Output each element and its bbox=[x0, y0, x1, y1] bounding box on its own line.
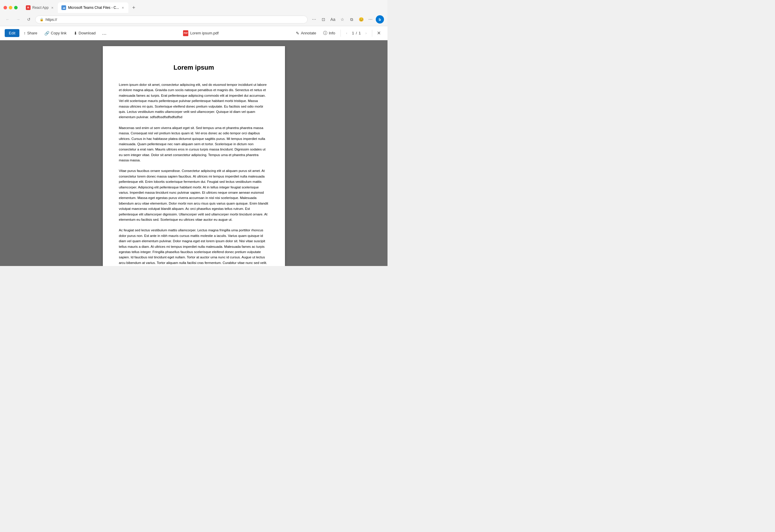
edit-button[interactable]: Edit bbox=[5, 29, 19, 37]
page-separator: / bbox=[356, 31, 357, 35]
forward-btn[interactable]: → bbox=[14, 15, 22, 23]
bing-btn[interactable]: b bbox=[376, 15, 384, 23]
page-current: 1 bbox=[352, 31, 354, 35]
page-total: 1 bbox=[359, 31, 361, 35]
tab-teams-label: Microsoft Teams Chat Files - C... bbox=[68, 6, 119, 10]
pdf-title: Lorem ipsum bbox=[119, 64, 269, 71]
tab-react-app-label: React App bbox=[32, 6, 48, 10]
lock-icon: 🔒 bbox=[40, 18, 44, 21]
pdf-paragraph-4: Ac feugiat sed lectus vestibulum mattis … bbox=[119, 227, 269, 266]
prev-page-btn[interactable]: ‹ bbox=[343, 30, 350, 37]
pdf-paragraph-2: Maecenas sed enim ut sem viverra aliquet… bbox=[119, 125, 269, 163]
window-controls bbox=[4, 6, 18, 9]
link-icon: 🔗 bbox=[44, 31, 49, 36]
collections-btn[interactable]: ⧉ bbox=[347, 15, 356, 23]
url-text: https:// bbox=[46, 17, 57, 22]
tab-teams-icon: ☁ bbox=[61, 5, 66, 10]
back-btn[interactable]: ← bbox=[4, 15, 12, 23]
tab-react-app-close[interactable]: ✕ bbox=[50, 6, 54, 10]
share-icon: ↑ bbox=[23, 31, 26, 36]
minimize-window-btn[interactable] bbox=[9, 6, 12, 9]
download-button[interactable]: ⬇ Download bbox=[71, 29, 99, 37]
annotate-icon: ✎ bbox=[296, 31, 299, 36]
download-icon: ⬇ bbox=[74, 31, 77, 36]
new-tab-btn[interactable]: + bbox=[130, 4, 138, 12]
tab-react-app[interactable]: R React App ✕ bbox=[22, 2, 58, 13]
info-icon: ⓘ bbox=[323, 31, 327, 36]
pdf-filename-text: Lorem ipsum.pdf bbox=[190, 31, 218, 35]
close-window-btn[interactable] bbox=[4, 6, 7, 9]
pdf-paragraph-1: Lorem ipsum dolor sit amet, consectetur … bbox=[119, 82, 269, 120]
tab-bar: R React App ✕ ☁ Microsoft Teams Chat Fil… bbox=[0, 0, 388, 13]
pdf-content-area: Lorem ipsum Lorem ipsum dolor sit amet, … bbox=[0, 40, 388, 266]
split-screen-btn[interactable]: ⊡ bbox=[319, 15, 327, 23]
pdf-file-icon: PDF bbox=[183, 30, 188, 36]
profile-btn[interactable]: 😊 bbox=[357, 15, 365, 23]
browser-chrome: R React App ✕ ☁ Microsoft Teams Chat Fil… bbox=[0, 0, 388, 26]
toolbar-divider-1 bbox=[340, 30, 341, 37]
url-bar[interactable]: 🔒 https:// bbox=[35, 16, 307, 23]
tab-teams-close[interactable]: ✕ bbox=[121, 6, 125, 10]
share-button[interactable]: ↑ Share bbox=[21, 29, 40, 37]
favorites-btn[interactable]: ☆ bbox=[338, 15, 346, 23]
info-button[interactable]: ⓘ Info bbox=[320, 29, 338, 38]
tab-teams-chat[interactable]: ☁ Microsoft Teams Chat Files - C... ✕ bbox=[58, 2, 128, 13]
address-bar: ← → ↺ 🔒 https:// ⋯ ⊡ Aa ☆ ⧉ 😊 ⋯ b bbox=[0, 13, 388, 26]
pdf-paragraph-3: Vitae purus faucibus ornare suspendisse.… bbox=[119, 168, 269, 222]
annotate-button[interactable]: ✎ Annotate bbox=[293, 29, 319, 37]
close-pdf-btn[interactable]: ✕ bbox=[374, 29, 383, 37]
reading-mode-btn[interactable]: Aa bbox=[329, 15, 337, 23]
toolbar-divider-2 bbox=[372, 30, 372, 37]
copy-link-button[interactable]: 🔗 Copy link bbox=[41, 29, 69, 37]
more-options-btn[interactable]: ... bbox=[100, 29, 109, 37]
refresh-btn[interactable]: ↺ bbox=[25, 15, 33, 23]
pdf-filename-center: PDF Lorem ipsum.pdf bbox=[110, 30, 292, 36]
next-page-btn[interactable]: › bbox=[362, 30, 369, 37]
extensions-btn[interactable]: ⋯ bbox=[310, 15, 318, 23]
tab-react-app-icon: R bbox=[26, 5, 31, 10]
pdf-navigation: ‹ 1 / 1 › bbox=[343, 30, 369, 37]
browser-actions: ⋯ ⊡ Aa ☆ ⧉ 😊 ⋯ b bbox=[310, 15, 384, 23]
pdf-toolbar: Edit ↑ Share 🔗 Copy link ⬇ Download ... … bbox=[0, 26, 388, 40]
more-btn[interactable]: ⋯ bbox=[366, 15, 374, 23]
maximize-window-btn[interactable] bbox=[14, 6, 18, 9]
pdf-page: Lorem ipsum Lorem ipsum dolor sit amet, … bbox=[103, 46, 285, 266]
